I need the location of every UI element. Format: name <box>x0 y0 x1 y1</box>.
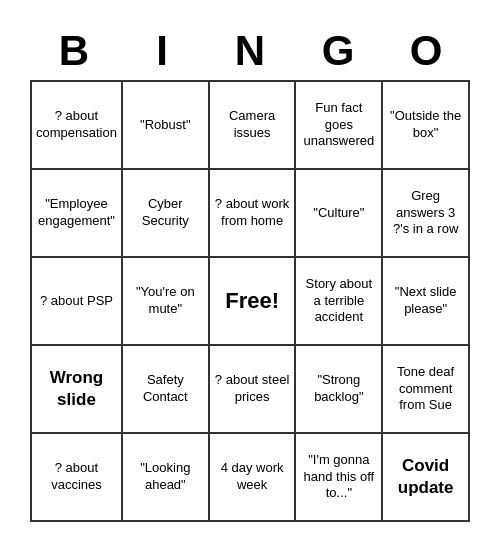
bingo-cell-8: "Culture" <box>296 170 383 258</box>
bingo-letter-g: G <box>294 22 382 80</box>
bingo-cell-13: Story about a terrible accident <box>296 258 383 346</box>
bingo-cell-24: Covid update <box>383 434 470 522</box>
bingo-cell-21: "Looking ahead" <box>123 434 210 522</box>
bingo-cell-17: ? about steel prices <box>210 346 297 434</box>
bingo-letter-n: N <box>206 22 294 80</box>
bingo-cell-22: 4 day work week <box>210 434 297 522</box>
bingo-cell-18: "Strong backlog" <box>296 346 383 434</box>
bingo-cell-5: "Employee engagement" <box>32 170 123 258</box>
bingo-letter-i: I <box>118 22 206 80</box>
bingo-cell-20: ? about vaccines <box>32 434 123 522</box>
bingo-cell-2: Camera issues <box>210 82 297 170</box>
bingo-cell-12: Free! <box>210 258 297 346</box>
bingo-card: BINGO ? about compensation"Robust"Camera… <box>20 12 480 532</box>
bingo-cell-10: ? about PSP <box>32 258 123 346</box>
bingo-cell-19: Tone deaf comment from Sue <box>383 346 470 434</box>
bingo-cell-11: "You're on mute" <box>123 258 210 346</box>
bingo-cell-6: Cyber Security <box>123 170 210 258</box>
bingo-cell-1: "Robust" <box>123 82 210 170</box>
bingo-letter-o: O <box>382 22 470 80</box>
bingo-letter-b: B <box>30 22 118 80</box>
bingo-cell-7: ? about work from home <box>210 170 297 258</box>
bingo-cell-23: "I'm gonna hand this off to..." <box>296 434 383 522</box>
bingo-cell-14: "Next slide please" <box>383 258 470 346</box>
bingo-cell-3: Fun fact goes unanswered <box>296 82 383 170</box>
bingo-cell-15: Wrong slide <box>32 346 123 434</box>
bingo-cell-16: Safety Contact <box>123 346 210 434</box>
bingo-cell-0: ? about compensation <box>32 82 123 170</box>
bingo-cell-9: Greg answers 3 ?'s in a row <box>383 170 470 258</box>
bingo-cell-4: "Outside the box" <box>383 82 470 170</box>
